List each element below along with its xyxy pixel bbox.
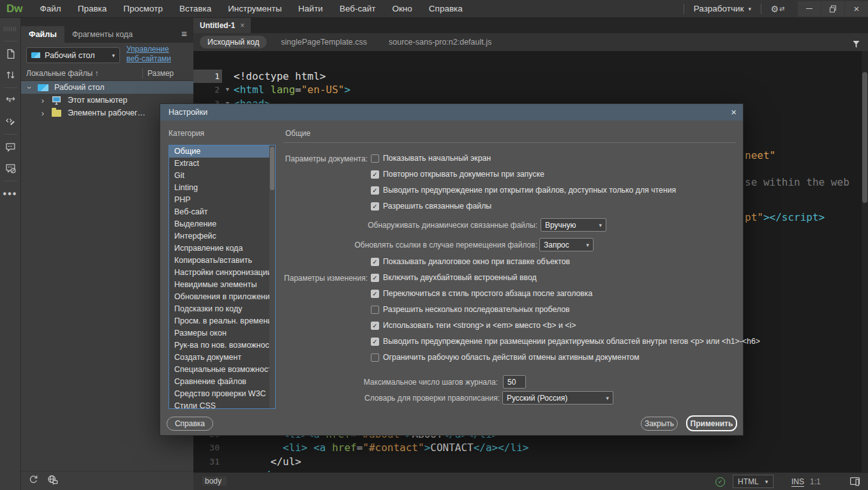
insert-mode-toggle[interactable]: INS [791, 477, 804, 487]
comment-off-icon[interactable] [0, 158, 21, 179]
code-line-2[interactable]: 2▼<html lang="en-US"> [193, 83, 860, 96]
device-preview-icon[interactable] [849, 476, 860, 489]
checkbox[interactable] [371, 306, 379, 314]
checkbox[interactable]: ✓ [371, 202, 379, 211]
chevron-down-icon: ▾ [765, 479, 768, 485]
document-tabbar: Untitled-1 × [193, 18, 868, 33]
divider [684, 4, 684, 14]
menu-item-1[interactable]: Правка [70, 0, 116, 18]
pref-checkbox-row[interactable]: ✓Включить двухбайтовый встроенный ввод [371, 273, 537, 282]
code-line-31[interactable]: 31 </ul> [193, 455, 860, 468]
panel-tab-1[interactable]: Фрагменты кода [64, 26, 140, 43]
panel-menu-icon[interactable]: ≡ [175, 26, 193, 43]
category-item-18[interactable]: Специальные возможности [169, 364, 275, 376]
pref-checkbox-row[interactable]: ✓Выводить предупреждение при размещении … [371, 337, 760, 346]
doc-type-select[interactable]: HTML ▾ [733, 475, 774, 488]
scrollbar-thumb[interactable] [862, 72, 867, 203]
checkbox[interactable]: ✓ [371, 274, 379, 282]
expand-icon[interactable]: › [40, 108, 46, 118]
field-value: Запрос [544, 241, 569, 249]
tree-row-0[interactable]: ›Рабочий стол [21, 81, 193, 94]
pref-checkbox-row[interactable]: ✓Переключиться в стиль простого абзаца п… [371, 289, 592, 298]
related-file-1[interactable]: singlePageTemplate.css [273, 36, 375, 48]
checkbox[interactable]: ✓ [371, 170, 379, 179]
fold-arrow-icon[interactable]: ▼ [222, 83, 233, 96]
menu-item-8[interactable]: Справка [421, 0, 471, 18]
checkbox[interactable] [371, 353, 379, 362]
manage-sites-link[interactable]: Управление веб-сайтами [126, 45, 181, 64]
close-tab-icon[interactable]: × [240, 21, 244, 30]
apply-button[interactable]: Применить [686, 415, 737, 431]
checkbox[interactable]: ✓ [371, 290, 379, 298]
pref-checkbox-row[interactable]: ✓Показывать диалоговое окно при вставке … [371, 257, 570, 266]
restore-button[interactable] [821, 1, 844, 17]
checkbox[interactable] [371, 154, 379, 163]
pref-checkbox-row[interactable]: Ограничить рабочую область действий отме… [371, 353, 640, 362]
pref-checkbox-row[interactable]: ✓Выводить предупреждение при открытии фа… [371, 186, 676, 195]
collapse-icon[interactable]: › [25, 84, 34, 91]
site-select-value: Рабочий стол [45, 51, 94, 60]
close-button[interactable]: × [845, 1, 868, 17]
checkbox[interactable]: ✓ [371, 322, 379, 330]
dropdown[interactable]: Запрос▾ [539, 238, 594, 251]
site-select[interactable]: Рабочий стол ▾ [26, 47, 120, 63]
column-size[interactable]: Размер [147, 69, 174, 78]
pref-row-11: ✓Выводить предупреждение при размещении … [160, 337, 744, 348]
code-edit-icon[interactable] [0, 111, 21, 132]
menu-item-0[interactable]: Файл [32, 0, 70, 18]
pref-row-1: ✓Повторно открывать документы при запуск… [160, 170, 744, 181]
gear-sync-icon[interactable]: ⚙⇄ [767, 0, 788, 19]
updown-arrows-icon[interactable] [0, 64, 21, 85]
pref-checkbox-row[interactable]: Показывать начальный экран [371, 154, 491, 163]
minimize-button[interactable] [798, 1, 821, 17]
checkbox-label: Показывать диалоговое окно при вставке о… [383, 257, 570, 266]
expand-icon[interactable]: › [40, 96, 46, 105]
help-button[interactable]: Справка [167, 417, 213, 431]
menu-item-6[interactable]: Веб-сайт [331, 0, 384, 18]
menu-item-5[interactable]: Найти [290, 0, 331, 18]
pref-checkbox-row[interactable]: ✓Разрешить связанные файлы [371, 202, 491, 211]
menu-item-4[interactable]: Инструменты [220, 0, 290, 18]
comment-icon[interactable] [0, 137, 21, 158]
dialog-titlebar[interactable]: Настройки [160, 104, 743, 121]
code-line-30[interactable]: 30 <li> <a href="#contact">CONTACT</a></… [193, 441, 860, 454]
menu-item-3[interactable]: Вставка [171, 0, 220, 18]
panel-tab-0[interactable]: Файлы [21, 26, 64, 43]
checkbox[interactable]: ✓ [371, 186, 379, 195]
pref-checkbox-row[interactable]: ✓Использовать теги <strong> и <em> вмест… [371, 321, 576, 330]
checkbox[interactable]: ✓ [371, 258, 379, 266]
workspace-label: Разработчик [694, 4, 744, 13]
menubar-right: Разработчик ▾ ⚙⇄ × [678, 0, 868, 19]
pref-row-6: ✓Показывать диалоговое окно при вставке … [160, 257, 744, 268]
dropdown[interactable]: Русский (Россия)▾ [502, 391, 613, 405]
filter-funnel-icon[interactable] [849, 37, 863, 51]
workspace-switcher[interactable]: Разработчик ▾ [690, 4, 755, 13]
code-fragment-2: pt"></script> [745, 211, 825, 224]
column-divider [142, 68, 143, 78]
related-file-2[interactable]: source-sans-pro:n2:default.js [381, 36, 499, 48]
panel-bottom-bar [21, 471, 193, 490]
word-wrap-icon[interactable]: * [0, 90, 21, 111]
menu-item-7[interactable]: Окно [384, 0, 420, 18]
toolbar-divider [4, 87, 17, 88]
site-reports-icon[interactable] [47, 474, 58, 487]
related-file-0[interactable]: Исходный код [200, 36, 267, 48]
refresh-icon[interactable] [28, 474, 39, 487]
category-label: Категория [168, 129, 204, 138]
text-input[interactable]: 50 [503, 375, 526, 389]
dialog-close-icon[interactable]: × [731, 104, 737, 121]
code-fragment-1: se within the web [745, 175, 849, 189]
code-line-1[interactable]: 1<!doctype html> [193, 70, 860, 83]
editor-scrollbar[interactable] [862, 51, 868, 490]
checkbox[interactable]: ✓ [371, 338, 379, 346]
pref-checkbox-row[interactable]: Разрешить несколько последовательных про… [371, 305, 570, 314]
tag-selector[interactable]: body [202, 477, 227, 486]
new-document-icon[interactable] [0, 43, 21, 64]
menu-item-2[interactable]: Просмотр [115, 0, 171, 18]
pref-checkbox-row[interactable]: ✓Повторно открывать документы при запуск… [371, 170, 544, 179]
dropdown[interactable]: Вручную▾ [541, 218, 606, 232]
column-local-files[interactable]: Локальные файлы ↑ [26, 69, 98, 78]
close-dialog-button[interactable]: Закрыть [641, 417, 678, 431]
document-tab[interactable]: Untitled-1 × [193, 18, 251, 33]
more-ellipsis-icon[interactable]: ••• [0, 183, 21, 204]
